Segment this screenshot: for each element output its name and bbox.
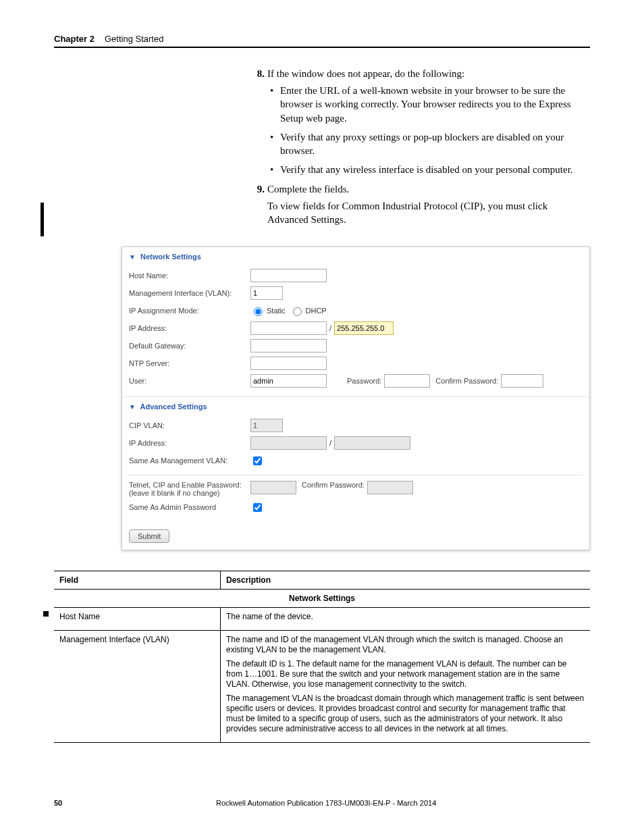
dhcp-radio-label: DHCP — [306, 307, 327, 315]
chapter-label: Chapter 2 — [54, 34, 95, 44]
page-footer: 50 Rockwell Automation Publication 1783-… — [54, 799, 590, 807]
table-cell-desc: The name and ID of the management VLAN t… — [221, 631, 591, 743]
subnet-mask-input[interactable] — [334, 321, 394, 335]
page-header: Chapter 2 Getting Started — [54, 34, 590, 48]
password-input[interactable] — [384, 374, 430, 388]
same-mgmt-checkbox[interactable] — [253, 457, 262, 465]
ip-address2-label: IP Address: — [129, 439, 250, 447]
change-bar-square — [43, 611, 49, 617]
host-name-label: Host Name: — [129, 271, 250, 280]
cip-vlan-input — [250, 419, 283, 432]
confirm-password-label2: Confirm Password: — [302, 481, 365, 489]
confirm-password-label: Confirm Password: — [435, 377, 498, 385]
publication-info: Rockwell Automation Publication 1783-UM0… — [62, 799, 590, 807]
slash-separator: / — [329, 439, 331, 447]
bullet-item: Verify that any wireless interface is di… — [270, 163, 590, 176]
ip-address-input[interactable] — [250, 321, 327, 335]
table-header-desc: Description — [221, 571, 591, 590]
user-input[interactable] — [250, 374, 327, 388]
step-number: 9. — [250, 184, 265, 195]
page-number: 50 — [54, 799, 62, 807]
host-name-input[interactable] — [250, 269, 327, 282]
page: Chapter 2 Getting Started 8. If the wind… — [0, 0, 644, 834]
collapse-icon: ▼ — [129, 403, 136, 411]
password-label: Password: — [347, 377, 381, 385]
chapter-title: Getting Started — [105, 34, 163, 44]
bullet-item: Enter the URL of a well-known website in… — [270, 84, 590, 125]
same-admin-label: Same As Admin Password — [129, 503, 250, 511]
table-cell-desc: The name of the device. — [221, 608, 591, 631]
telnet-label: Telnet, CIP and Enable Password: (leave … — [129, 481, 250, 497]
step-number: 8. — [250, 68, 265, 80]
telnet-confirm-input — [367, 481, 413, 494]
slash-separator: / — [329, 324, 331, 332]
change-bar — [41, 203, 44, 236]
bullet-item: Verify that any proxy settings or pop-up… — [270, 130, 590, 158]
ip-address2-input — [250, 436, 327, 450]
ntp-label: NTP Server: — [129, 359, 250, 367]
network-settings-header[interactable]: ▼ Network Settings — [122, 247, 589, 263]
field-description-table: Field Description Network Settings Host … — [54, 571, 590, 743]
section-title: Advanced Settings — [140, 402, 207, 411]
table-subheader: Network Settings — [54, 590, 590, 608]
same-mgmt-label: Same As Management VLAN: — [129, 457, 250, 465]
static-radio[interactable] — [254, 307, 263, 316]
bullet-list: Enter the URL of a well-known website in… — [270, 84, 590, 177]
step-text: If the window does not appear, do the fo… — [267, 68, 590, 80]
same-admin-checkbox[interactable] — [253, 503, 262, 512]
step-subtext: To view fields for Common Industrial Pro… — [267, 199, 590, 227]
table-cell-field: Management Interface (VLAN) — [54, 631, 221, 743]
gateway-input[interactable] — [250, 339, 327, 353]
advanced-settings-header[interactable]: ▼ Advanced Settings — [122, 396, 589, 413]
body-text: 8. If the window does not appear, do the… — [250, 68, 590, 226]
cip-vlan-label: CIP VLAN: — [129, 421, 250, 429]
telnet-password-input — [250, 481, 296, 494]
collapse-icon: ▼ — [129, 253, 136, 261]
submit-button[interactable]: Submit — [129, 529, 169, 543]
gateway-label: Default Gateway: — [129, 342, 250, 350]
table-cell-field: Host Name — [54, 608, 221, 631]
section-title: Network Settings — [140, 253, 201, 261]
mgmt-vlan-input[interactable] — [250, 286, 283, 300]
confirm-password-input[interactable] — [501, 374, 543, 388]
mgmt-vlan-label: Management Interface (VLAN): — [129, 289, 250, 297]
step-text: Complete the fields. — [267, 184, 590, 195]
table-header-field: Field — [54, 571, 221, 590]
dhcp-radio[interactable] — [293, 307, 302, 316]
ntp-input[interactable] — [250, 357, 327, 370]
express-setup-panel: ▼ Network Settings Host Name: Management… — [122, 246, 590, 550]
static-radio-label: Static — [267, 307, 286, 315]
divider — [129, 475, 583, 475]
subnet2-input — [334, 436, 410, 450]
user-label: User: — [129, 377, 250, 385]
ip-address-label: IP Address: — [129, 324, 250, 332]
ip-mode-label: IP Assignment Mode: — [129, 307, 250, 315]
